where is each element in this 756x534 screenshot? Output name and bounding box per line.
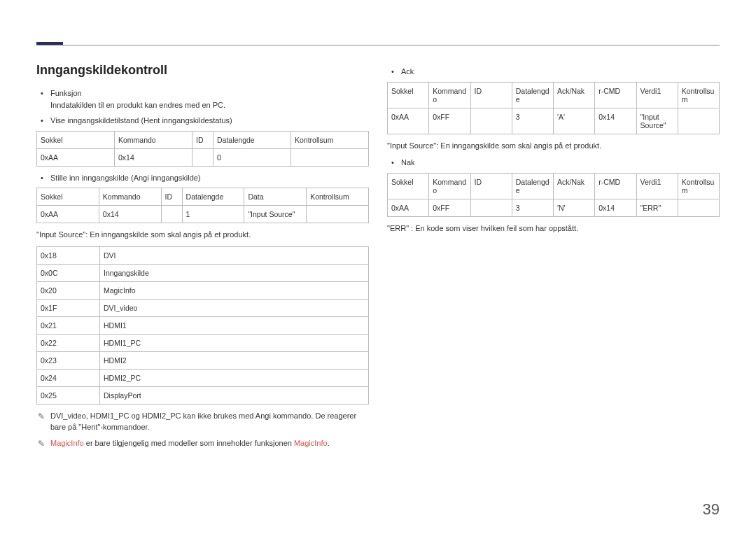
- table-cell: 3: [512, 108, 553, 134]
- table-row: 0x21HDMI1: [37, 316, 369, 334]
- table-cell: 3: [512, 199, 553, 216]
- table-header-cell: Sokkel: [37, 131, 115, 148]
- header-divider: [36, 45, 720, 45]
- table-header-cell: Datalengde: [214, 131, 291, 148]
- table-cell: 0x14: [99, 206, 161, 223]
- table-row: 0x22HDMI1_PC: [37, 334, 369, 351]
- table-header-cell: Datalengde: [182, 188, 244, 206]
- table-cell: 1: [182, 206, 244, 223]
- table-header-cell: Ack/Nak: [554, 173, 595, 199]
- table-row: 0x18DVI: [37, 246, 369, 264]
- table-row: 0x1FDVI_video: [37, 299, 369, 316]
- table-row: 0x23HDMI2: [37, 351, 369, 369]
- table-header-cell: Kontrollsum: [678, 173, 719, 199]
- table-cell: 0xFF: [429, 108, 470, 134]
- table-header-cell: r-CMD: [595, 82, 636, 108]
- funksjon-item: Funksjon Inndatakilden til en produkt ka…: [36, 87, 369, 111]
- table-row: 0x20MagicInfo: [37, 281, 369, 299]
- vise-label: Vise inngangskildetilstand (Hent inngang…: [50, 116, 232, 125]
- table-cell: HDMI2: [100, 351, 369, 369]
- table-cell: [291, 148, 369, 166]
- table-cell: 'A': [554, 108, 595, 134]
- table-row: 0x24HDMI2_PC: [37, 369, 369, 386]
- table-cell: 0xAA: [37, 206, 99, 223]
- section-title: Inngangskildekontroll: [36, 63, 369, 78]
- table-header-cell: Verdi1: [636, 82, 678, 108]
- table-header-cell: Kommando: [99, 188, 161, 206]
- page-number: 39: [703, 500, 720, 519]
- nak-desc: "ERR" : En kode som viser hvilken feil s…: [387, 223, 720, 234]
- table-header-cell: Kommando: [429, 173, 470, 199]
- table-cell: 0x25: [37, 386, 100, 404]
- magicinfo-highlight-2: MagicInfo: [294, 439, 328, 447]
- funksjon-label: Funksjon: [50, 89, 82, 97]
- table-cell: 0x14: [115, 148, 192, 166]
- table-cell: 0xAA: [388, 199, 429, 216]
- table-header-cell: Ack/Nak: [554, 82, 595, 108]
- ack-label: Ack: [401, 67, 414, 76]
- table-cell: HDMI1_PC: [100, 334, 369, 351]
- table-stille: SokkelKommandoIDDatalengdeDataKontrollsu…: [36, 188, 369, 223]
- nak-label: Nak: [401, 158, 415, 167]
- table-cell: [470, 108, 512, 134]
- table-cell: 0x23: [37, 351, 100, 369]
- table-header-cell: Sokkel: [37, 188, 99, 206]
- table-header-cell: Kontrollsum: [678, 82, 719, 108]
- vise-item: Vise inngangskildetilstand (Hent inngang…: [36, 115, 369, 127]
- table-cell: [307, 206, 369, 223]
- table-cell: 0x21: [37, 316, 100, 334]
- right-column: Ack SokkelKommandoIDDatalengdeAck/Nakr-C…: [387, 63, 720, 453]
- table-cell: 0xAA: [37, 148, 115, 166]
- table-cell: HDMI1: [100, 316, 369, 334]
- table-header-cell: Sokkel: [388, 82, 429, 108]
- table-cell: [161, 206, 182, 223]
- table-cell: 0xFF: [429, 199, 470, 216]
- table-cell: 'N': [554, 199, 595, 216]
- table-cell: 0xAA: [388, 108, 429, 134]
- table-header-cell: Data: [244, 188, 307, 206]
- table-cell: [470, 199, 512, 216]
- table-nak: SokkelKommandoIDDatalengdeAck/Nakr-CMDVe…: [387, 173, 720, 217]
- note2-end: .: [328, 439, 330, 447]
- ack-item: Ack: [387, 66, 720, 78]
- stille-label: Stille inn inngangskilde (Angi inngangsk…: [50, 174, 201, 182]
- table-cell: 0x0C: [37, 264, 100, 281]
- table-ack: SokkelKommandoIDDatalengdeAck/Nakr-CMDVe…: [387, 82, 720, 134]
- table-row: 0x0CInngangskilde: [37, 264, 369, 281]
- table-header-cell: Kommando: [429, 82, 470, 108]
- table-header-cell: ID: [470, 173, 512, 199]
- stille-item: Stille inn inngangskilde (Angi inngangsk…: [36, 172, 369, 184]
- table-cell: DVI_video: [100, 299, 369, 316]
- table-cell: DVI: [100, 246, 369, 264]
- table-header-cell: ID: [470, 82, 512, 108]
- table-header-cell: ID: [192, 131, 214, 148]
- table-cell: "Input Source": [636, 108, 678, 134]
- table-header-cell: Sokkel: [388, 173, 429, 199]
- table-cell: 0x14: [595, 108, 636, 134]
- table-cell: HDMI2_PC: [100, 369, 369, 386]
- table-header-cell: Kontrollsum: [307, 188, 369, 206]
- table-cell: 0x14: [595, 199, 636, 216]
- table-cell: MagicInfo: [100, 281, 369, 299]
- table-codes: 0x18DVI0x0CInngangskilde0x20MagicInfo0x1…: [36, 246, 369, 405]
- table-cell: 0: [214, 148, 291, 166]
- table-cell: 0x24: [37, 369, 100, 386]
- table-cell: 0x22: [37, 334, 100, 351]
- content-columns: Inngangskildekontroll Funksjon Inndataki…: [36, 63, 720, 453]
- note-magicinfo: MagicInfo er bare tilgjengelig med model…: [36, 437, 369, 449]
- table-cell: [678, 108, 719, 134]
- table-cell: "ERR": [636, 199, 678, 216]
- table-vise: SokkelKommandoIDDatalengdeKontrollsum 0x…: [36, 131, 369, 167]
- table-header-cell: ID: [161, 188, 182, 206]
- table-row: 0x25DisplayPort: [37, 386, 369, 404]
- ack-desc: "Input Source": En inngangskilde som ska…: [387, 140, 720, 152]
- table-cell: [678, 199, 719, 216]
- table-cell: 0x18: [37, 246, 100, 264]
- magicinfo-highlight-1: MagicInfo: [50, 439, 84, 447]
- table-cell: [192, 148, 214, 166]
- input-source-desc: "Input Source": En inngangskilde som ska…: [36, 229, 369, 241]
- table-cell: 0x1F: [37, 299, 100, 316]
- table-header-cell: r-CMD: [595, 173, 636, 199]
- table-header-cell: Datalengde: [512, 82, 553, 108]
- table-header-cell: Datalengde: [512, 173, 553, 199]
